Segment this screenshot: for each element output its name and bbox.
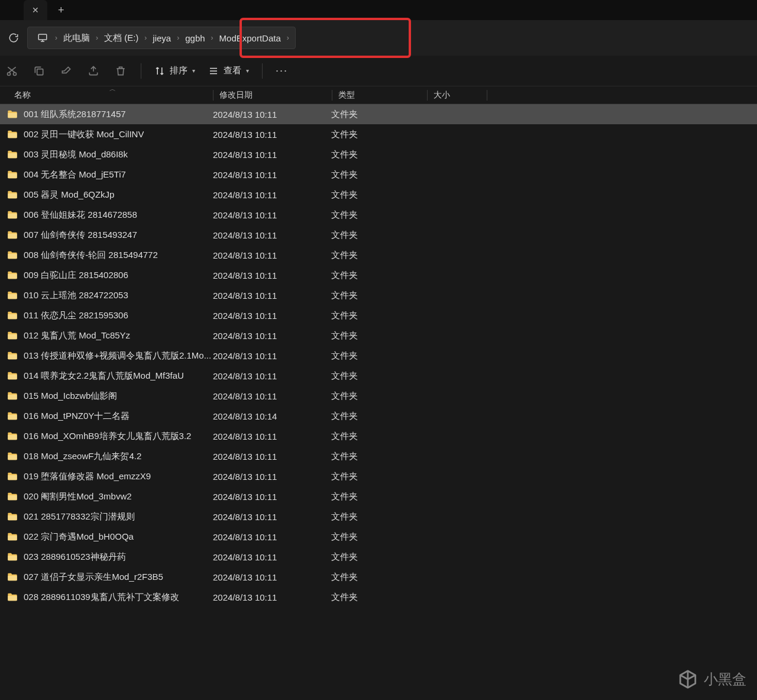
file-type: 文件夹: [331, 290, 426, 301]
file-name: 013 传授道种双修+视频调令鬼畜八荒版2.1Mo...: [24, 350, 211, 362]
column-header-size[interactable]: 大小: [428, 90, 487, 101]
active-tab[interactable]: ✕: [24, 0, 47, 20]
file-date: 2024/8/13 10:11: [213, 592, 331, 602]
file-type: 文件夹: [331, 149, 426, 160]
table-row[interactable]: 028 2889611039鬼畜八荒补丁文案修改2024/8/13 10:11文…: [0, 587, 757, 607]
column-divider[interactable]: [487, 90, 487, 101]
file-date: 2024/8/13 10:11: [213, 311, 331, 321]
table-row[interactable]: 016 Mod_XOmhB9培养女儿鬼畜八荒版3.22024/8/13 10:1…: [0, 426, 757, 446]
file-name: 009 白驼山庄 2815402806: [24, 270, 128, 281]
breadcrumb-item[interactable]: 此电脑: [61, 30, 92, 46]
toolbar: 排序 ▾ 查看 ▾ ···: [0, 56, 757, 86]
file-name-cell: 004 无名整合 Mod_jE5Ti7: [0, 169, 213, 180]
table-row[interactable]: 018 Mod_zseowF九仙来贺4.22024/8/13 10:11文件夹: [0, 446, 757, 466]
table-row[interactable]: 005 器灵 Mod_6QZkJp2024/8/13 10:11文件夹: [0, 185, 757, 205]
file-type: 文件夹: [331, 431, 426, 442]
file-type: 文件夹: [331, 189, 426, 201]
table-row[interactable]: 022 宗门奇遇Mod_bH0OQa2024/8/13 10:11文件夹: [0, 527, 757, 547]
table-row[interactable]: 016 Mod_tPNZ0Y十二名器2024/8/13 10:14文件夹: [0, 406, 757, 426]
table-row[interactable]: 023 2889610523神秘丹药2024/8/13 10:11文件夹: [0, 547, 757, 567]
delete-icon[interactable]: [114, 64, 128, 78]
file-type: 文件夹: [331, 250, 426, 261]
breadcrumb-item[interactable]: 文档 (E:): [102, 30, 141, 46]
breadcrumb-item[interactable]: ModExportData: [217, 31, 283, 46]
table-row[interactable]: 007 仙剑奇侠传 28154932472024/8/13 10:11文件夹: [0, 225, 757, 245]
file-name-cell: 022 宗门奇遇Mod_bH0OQa: [0, 531, 213, 543]
table-row[interactable]: 006 登仙姐妹花 28146728582024/8/13 10:11文件夹: [0, 205, 757, 225]
column-header-name[interactable]: 名称: [0, 90, 213, 101]
file-type: 文件夹: [331, 330, 426, 341]
file-name-cell: 018 Mod_zseowF九仙来贺4.2: [0, 451, 213, 462]
chevron-right-icon: ›: [55, 34, 57, 42]
file-name: 016 Mod_tPNZ0Y十二名器: [24, 411, 130, 422]
table-row[interactable]: 020 阉割男性Mod_3mbvw22024/8/13 10:11文件夹: [0, 486, 757, 507]
file-name-cell: 003 灵田秘境 Mod_d86I8k: [0, 149, 213, 160]
copy-icon[interactable]: [32, 64, 46, 78]
divider: [262, 63, 263, 79]
sort-button[interactable]: 排序 ▾: [154, 65, 195, 76]
table-row[interactable]: 003 灵田秘境 Mod_d86I8k2024/8/13 10:11文件夹: [0, 144, 757, 164]
table-row[interactable]: 004 无名整合 Mod_jE5Ti72024/8/13 10:11文件夹: [0, 164, 757, 185]
table-row[interactable]: 010 云上瑶池 28247220532024/8/13 10:11文件夹: [0, 285, 757, 305]
file-type: 文件夹: [331, 592, 426, 603]
file-date: 2024/8/13 10:11: [213, 512, 331, 522]
table-row[interactable]: 011 依恋凡尘 28215953062024/8/13 10:11文件夹: [0, 305, 757, 325]
file-date: 2024/8/13 10:11: [213, 331, 331, 341]
table-row[interactable]: 019 堕落值修改器 Mod_emzzX92024/8/13 10:11文件夹: [0, 466, 757, 486]
file-name: 001 组队系统2818771457: [24, 109, 126, 120]
breadcrumb-item[interactable]: jieya: [150, 31, 173, 46]
file-date: 2024/8/13 10:11: [213, 270, 331, 280]
table-row[interactable]: 002 灵田一键收获 Mod_CilINV2024/8/13 10:11文件夹: [0, 124, 757, 144]
svg-point-2: [14, 72, 17, 75]
file-name-cell: 021 2851778332宗门潜规则: [0, 511, 213, 522]
file-date: 2024/8/13 10:11: [213, 572, 331, 582]
table-row[interactable]: 009 白驼山庄 28154028062024/8/13 10:11文件夹: [0, 265, 757, 285]
chevron-right-icon: ›: [287, 34, 289, 42]
file-date: 2024/8/13 10:11: [213, 472, 331, 482]
more-icon[interactable]: ···: [276, 64, 288, 77]
breadcrumb-item[interactable]: ggbh: [183, 31, 207, 46]
watermark-text: 小黑盒: [704, 670, 746, 689]
file-type: 文件夹: [331, 572, 426, 583]
file-name-cell: 007 仙剑奇侠传 2815493247: [0, 230, 213, 241]
address-bar: › 此电脑›文档 (E:)›jieya›ggbh›ModExportData›: [0, 20, 757, 56]
file-name: 003 灵田秘境 Mod_d86I8k: [24, 149, 128, 160]
table-row[interactable]: 013 传授道种双修+视频调令鬼畜八荒版2.1Mo...2024/8/13 10…: [0, 346, 757, 366]
cut-icon[interactable]: [5, 64, 19, 78]
file-name-cell: 015 Mod_Icbzwb仙影阁: [0, 391, 213, 402]
file-type: 文件夹: [331, 109, 426, 120]
rename-icon[interactable]: [59, 64, 73, 78]
chevron-right-icon: ›: [211, 34, 213, 42]
table-row[interactable]: 012 鬼畜八荒 Mod_Tc85Yz2024/8/13 10:11文件夹: [0, 325, 757, 346]
file-name: 008 仙剑奇侠传-轮回 2815494772: [24, 250, 158, 261]
file-name-cell: 013 传授道种双修+视频调令鬼畜八荒版2.1Mo...: [0, 350, 213, 362]
monitor-icon[interactable]: [34, 29, 51, 47]
table-row[interactable]: 027 道侣子女显示亲生Mod_r2F3B52024/8/13 10:11文件夹: [0, 567, 757, 587]
view-button[interactable]: 查看 ▾: [208, 65, 249, 76]
table-row[interactable]: 014 喂养龙女2.2鬼畜八荒版Mod_Mf3faU2024/8/13 10:1…: [0, 366, 757, 386]
breadcrumb-container[interactable]: › 此电脑›文档 (E:)›jieya›ggbh›ModExportData›: [27, 27, 296, 49]
file-name: 002 灵田一键收获 Mod_CilINV: [24, 129, 144, 140]
file-name-cell: 006 登仙姐妹花 2814672858: [0, 209, 213, 221]
file-name-cell: 002 灵田一键收获 Mod_CilINV: [0, 129, 213, 140]
sort-label: 排序: [170, 65, 187, 76]
refresh-icon[interactable]: [5, 29, 22, 47]
file-name: 019 堕落值修改器 Mod_emzzX9: [24, 471, 151, 482]
close-tab-icon[interactable]: ✕: [32, 5, 39, 15]
divider: [141, 63, 141, 79]
table-row[interactable]: 015 Mod_Icbzwb仙影阁2024/8/13 10:11文件夹: [0, 386, 757, 406]
file-name: 006 登仙姐妹花 2814672858: [24, 209, 137, 221]
watermark: 小黑盒: [678, 669, 746, 689]
file-type: 文件夹: [331, 270, 426, 281]
table-row[interactable]: 021 2851778332宗门潜规则2024/8/13 10:11文件夹: [0, 507, 757, 527]
share-icon[interactable]: [86, 64, 101, 78]
table-row[interactable]: 001 组队系统28187714572024/8/13 10:11文件夹: [0, 104, 757, 124]
column-header-type[interactable]: 类型: [332, 90, 427, 101]
new-tab-button[interactable]: +: [58, 4, 64, 17]
file-name: 010 云上瑶池 2824722053: [24, 290, 128, 301]
column-header-date[interactable]: 修改日期: [213, 90, 332, 101]
sort-indicator-icon: ︿: [109, 85, 116, 93]
file-type: 文件夹: [331, 411, 426, 422]
file-name: 007 仙剑奇侠传 2815493247: [24, 230, 137, 241]
table-row[interactable]: 008 仙剑奇侠传-轮回 28154947722024/8/13 10:11文件…: [0, 245, 757, 265]
